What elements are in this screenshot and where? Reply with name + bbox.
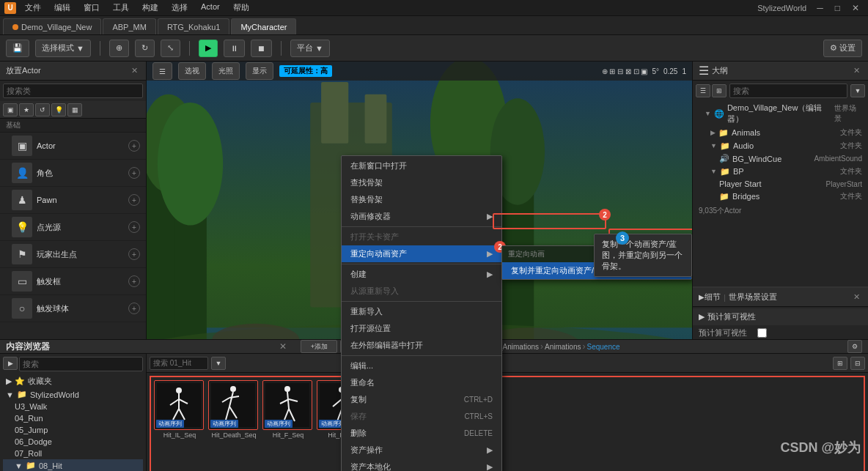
place-actor-close[interactable]: ✕ (128, 65, 140, 77)
menu-edit[interactable]: 编辑 (48, 1, 76, 15)
viewport-select-btn[interactable]: 选视 (178, 62, 206, 80)
actor-item-pointlight[interactable]: 💡 点光源 + (0, 214, 146, 241)
precomp-vis-checkbox[interactable] (757, 328, 767, 338)
folder-search[interactable] (19, 357, 143, 371)
maximize-btn[interactable]: □ (831, 3, 845, 13)
actor-toolbar-btn4[interactable]: 💡 (51, 103, 66, 116)
actor-item-playerstart[interactable]: ⚑ 玩家出生点 + (0, 241, 146, 268)
outline-search[interactable] (729, 84, 847, 98)
outline-item-world[interactable]: ▼ 🌐 Demo_Village_New（编辑器） 世界场景 (693, 101, 868, 126)
ctx-open-external[interactable]: 在外部编辑器中打开 (342, 337, 501, 354)
ctx-rename[interactable]: 重命名 (342, 374, 501, 391)
tab-rtg-kohaku[interactable]: RTG_Kohaku1 (158, 18, 230, 34)
outline-item-playerstart[interactable]: Player Start PlayerStart (693, 178, 868, 190)
ctx-anim-modifier[interactable]: 动画修改器 ▶ (342, 208, 501, 225)
folder-item-07roll[interactable]: 07_Roll (3, 448, 143, 459)
details-precomp-header[interactable]: ▶ 预计算可视性 (693, 308, 868, 325)
actor-item-character[interactable]: 👤 角色 + (0, 160, 146, 187)
ctx-reimport[interactable]: 重新导入 (342, 303, 501, 320)
folder-item-favorites[interactable]: ▶ ⭐ 收藏夹 (3, 374, 143, 388)
breadcrumb-sequence[interactable]: Sequence (586, 343, 619, 351)
minimize-btn[interactable]: ─ (812, 3, 828, 13)
outline-sort-btn[interactable]: ⊞ (712, 84, 727, 97)
sort-btn[interactable]: ⊟ (850, 357, 865, 370)
actor-item-actor[interactable]: ▣ Actor + (0, 133, 146, 160)
menu-tools[interactable]: 工具 (107, 1, 135, 15)
folder-item-06dodge[interactable]: 06_Dodge (3, 436, 143, 448)
tab-abp-mm[interactable]: ABP_MM (103, 18, 155, 34)
outline-close[interactable]: ✕ (850, 65, 862, 77)
details-close[interactable]: ✕ (850, 292, 862, 303)
asset-search-input[interactable] (150, 357, 208, 370)
folder-item-04run[interactable]: 04_Run (3, 412, 143, 424)
actor-add-btn-character[interactable]: + (128, 167, 140, 179)
outline-item-bgwindcue[interactable]: 🔊 BG_WindCue AmbientSound (693, 152, 868, 165)
actor-toolbar-btn5[interactable]: ▦ (67, 103, 82, 116)
menu-select[interactable]: 选择 (166, 1, 194, 15)
ctx-edit[interactable]: 编辑... (342, 357, 501, 374)
ctx-copy[interactable]: 复制 CTRL+D (342, 391, 501, 408)
actor-item-pawn[interactable]: ♟ Pawn + (0, 187, 146, 214)
view-toggle-btn[interactable]: ⊞ (833, 357, 847, 370)
folder-item-stylized[interactable]: ▼ 📁 StylizedWorld (3, 388, 143, 401)
pause-btn[interactable]: ⏸ (224, 40, 245, 57)
actor-add-btn-triggerbox[interactable]: + (128, 275, 140, 287)
breadcrumb-animations[interactable]: Animations (545, 343, 581, 351)
viewport-menu-btn[interactable]: ☰ (152, 62, 172, 80)
transform-btn-1[interactable]: ⊕ (109, 40, 129, 57)
tab-demo-village[interactable]: Demo_Village_New (3, 18, 101, 34)
play-btn[interactable]: ▶ (199, 40, 218, 57)
filter-btn[interactable]: ▼ (211, 357, 226, 370)
ctx-open-source[interactable]: 打开源位置 (342, 320, 501, 337)
menu-actor[interactable]: Actor (195, 1, 226, 15)
actor-toolbar-btn3[interactable]: ↺ (35, 103, 50, 116)
content-browser-close[interactable]: ✕ (277, 341, 289, 352)
viewport-light-btn[interactable]: 光照 (212, 62, 240, 80)
content-settings-btn[interactable]: ⚙ (847, 340, 862, 353)
menu-help[interactable]: 帮助 (227, 1, 255, 15)
ctx-create[interactable]: 创建 ▶ (342, 266, 501, 283)
close-btn[interactable]: ✕ (847, 3, 864, 13)
menu-build[interactable]: 构建 (136, 1, 164, 15)
save-toolbar-btn[interactable]: 💾 (6, 40, 29, 57)
ctx-asset-op[interactable]: 资产操作 ▶ (342, 442, 501, 459)
settings-btn[interactable]: ⚙ 设置 (823, 40, 862, 57)
outline-view-btn[interactable]: ☰ (696, 84, 710, 97)
transform-btn-2[interactable]: ↻ (135, 40, 155, 57)
outline-item-bp[interactable]: ▼ 📁 BP 文件夹 (693, 165, 868, 178)
actor-toolbar-btn1[interactable]: ▣ (3, 103, 18, 116)
outline-item-audio[interactable]: ▼ 📁 Audio 文件夹 (693, 139, 868, 152)
actor-item-trigger-box[interactable]: ▭ 触发框 + (0, 268, 146, 295)
ctx-retarget-anim[interactable]: 重定向动画资产 ▶ 2 重定向动画 复制并重定向动画资产/蓝图 (342, 245, 501, 262)
viewport-show-btn[interactable]: 显示 (246, 62, 273, 80)
ctx-delete[interactable]: 删除 DELETE (342, 425, 501, 442)
ctx-replace-skeleton[interactable]: 替换骨架 (342, 191, 501, 208)
actor-item-trigger-sphere[interactable]: ○ 触发球体 + (0, 295, 146, 322)
actor-add-btn[interactable]: + (128, 140, 140, 152)
platform-btn[interactable]: 平台▼ (290, 40, 330, 57)
folder-item-05jump[interactable]: 05_Jump (3, 424, 143, 436)
actor-add-btn-pawn[interactable]: + (128, 194, 140, 206)
mode-btn[interactable]: 选择模式 ▼ (35, 40, 91, 57)
outline-filter-btn[interactable]: ▼ (850, 84, 865, 97)
actor-add-btn-playerstart[interactable]: + (128, 248, 140, 260)
asset-img-hit-il[interactable]: 动画序列 (154, 380, 204, 430)
menu-file[interactable]: 文件 (19, 1, 47, 15)
menu-window[interactable]: 窗口 (78, 1, 106, 15)
tab-mycharacter[interactable]: MyCharacter (231, 18, 296, 34)
ctx-asset-locale[interactable]: 资产本地化 ▶ (342, 459, 501, 471)
add-btn[interactable]: + 内容浏览器添加 (301, 340, 337, 353)
folder-expand-btn[interactable]: ▶ (3, 357, 18, 370)
actor-toolbar-btn2[interactable]: ★ (19, 103, 34, 116)
folder-item-u3walk[interactable]: U3_Walk (3, 401, 143, 412)
actor-add-btn-pointlight[interactable]: + (128, 221, 140, 233)
transform-btn-3[interactable]: ⤡ (161, 40, 180, 57)
stop-btn[interactable]: ⏹ (251, 40, 272, 57)
ctx-find-skeleton[interactable]: 查找骨架 (342, 174, 501, 191)
actor-search-input[interactable] (3, 84, 143, 98)
folder-item-08hit[interactable]: ▼ 📁 08_Hit (3, 459, 143, 471)
outline-item-bridges[interactable]: 📁 Bridges 文件夹 (693, 190, 868, 203)
actor-add-btn-triggersphere[interactable]: + (128, 303, 140, 314)
ctx-open-new-window[interactable]: 在新窗口中打开 (342, 157, 501, 174)
asset-img-hit-death[interactable]: 动画序列 (208, 380, 258, 430)
